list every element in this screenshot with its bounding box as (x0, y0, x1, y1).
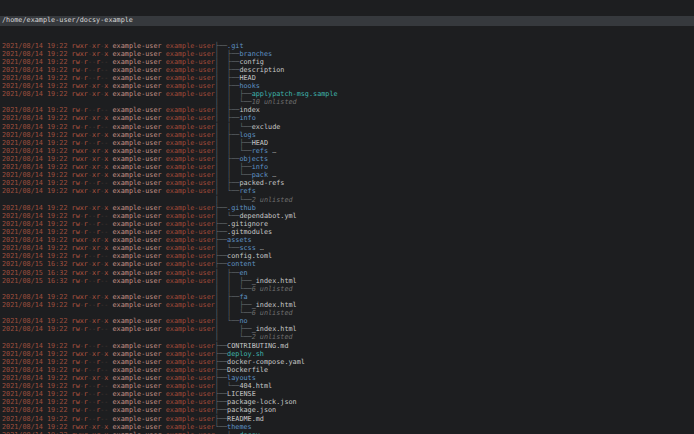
tree-row[interactable]: 2021/08/14 19:22 rw-r--r-- example-user … (0, 66, 694, 74)
tree-row[interactable]: 2021/08/14 19:22 rw-r--r-- example-user … (0, 74, 694, 82)
file-name: docker-compose.yaml (227, 358, 305, 366)
permissions: rwxr-xr-x (72, 155, 109, 163)
tree-row[interactable]: 2021/08/14 19:22 rw-r--r-- example-user … (0, 139, 694, 147)
tree-row[interactable]: 2021/08/14 19:22 rw-r--r-- example-user … (0, 123, 694, 131)
permissions: rw-r--r-- (72, 212, 109, 220)
tree-row[interactable]: 2021/08/14 19:22 rwxr-xr-x example-user … (0, 374, 694, 382)
dir-name: content (227, 260, 256, 268)
permissions: rwxr-xr-x (72, 131, 109, 139)
row-metadata: 2021/08/14 19:22 rw-r--r-- example-user … (2, 342, 215, 350)
row-metadata: 2021/08/14 19:22 rwxr-xr-x example-user … (2, 350, 215, 358)
owner: example-user (108, 123, 165, 131)
dir-name: info (252, 163, 268, 171)
owner: example-user (108, 236, 165, 244)
tree-row[interactable]: 2021/08/14 19:22 rw-r--r-- example-user … (0, 301, 694, 309)
permissions: rw-r--r-- (72, 74, 109, 82)
row-metadata: 2021/08/14 19:22 rwxr-xr-x example-user … (2, 204, 215, 212)
owner: example-user (108, 42, 165, 50)
tree-row[interactable]: 2021/08/14 19:22 rw-r--r-- example-user … (0, 406, 694, 414)
tree-row[interactable]: 2021/08/14 19:22 rwxr-xr-x example-user … (0, 50, 694, 58)
tree-row-unlisted[interactable]: │ └──2 unlisted (0, 333, 694, 341)
group: example-user (166, 415, 215, 423)
tree-row[interactable]: 2021/08/15 16:32 rw-r--r-- example-user … (0, 277, 694, 285)
row-metadata: 2021/08/14 19:22 rwxr-xr-x example-user … (2, 163, 215, 171)
owner: example-user (108, 382, 165, 390)
tree-row[interactable]: 2021/08/14 19:22 rw-r--r-- example-user … (0, 342, 694, 350)
tree-row[interactable]: 2021/08/14 19:22 rw-r--r-- example-user … (0, 358, 694, 366)
modified-date: 2021/08/14 19:22 (2, 42, 72, 50)
tree-row[interactable]: 2021/08/14 19:22 rw-r--r-- example-user … (0, 228, 694, 236)
file-name: _index.html (252, 277, 297, 285)
row-metadata: 2021/08/14 19:22 rwxr-xr-x example-user … (2, 293, 215, 301)
group: example-user (166, 228, 215, 236)
file-name: LICENSE (227, 390, 256, 398)
modified-date: 2021/08/14 19:22 (2, 204, 72, 212)
tree-row[interactable]: 2021/08/14 19:22 rwxr-xr-x example-user … (0, 350, 694, 358)
tree-row[interactable]: 2021/08/14 19:22 rwxr-xr-x example-user … (0, 147, 694, 155)
modified-date: 2021/08/14 19:22 (2, 187, 72, 195)
tree-branch-lines: ├── (215, 406, 227, 414)
tree-row[interactable]: 2021/08/14 19:22 rw-r--r-- example-user … (0, 220, 694, 228)
permissions: rwxr-xr-x (72, 82, 109, 90)
tree-row[interactable]: 2021/08/15 16:32 rwxr-xr-x example-user … (0, 269, 694, 277)
row-metadata: 2021/08/14 19:22 rw-r--r-- example-user … (2, 406, 215, 414)
owner: example-user (108, 50, 165, 58)
owner: example-user (108, 90, 165, 98)
tree-row[interactable]: 2021/08/14 19:22 rw-r--r-- example-user … (0, 415, 694, 423)
owner: example-user (108, 220, 165, 228)
dir-name: .git (227, 42, 243, 50)
tree-branch-lines: ├── (215, 415, 227, 423)
tree-branch-lines: │ │ ├── (215, 163, 252, 171)
tree-row[interactable]: 2021/08/14 19:22 rwxr-xr-x example-user … (0, 423, 694, 431)
owner: example-user (108, 342, 165, 350)
tree-row[interactable]: 2021/08/14 19:22 rwxr-xr-x example-user … (0, 187, 694, 195)
tree-branch-lines: ├── (215, 350, 227, 358)
tree-branch-lines: ├── (215, 358, 227, 366)
owner: example-user (108, 423, 165, 431)
tree-branch-lines: ├── (215, 374, 227, 382)
permissions: rwxr-xr-x (72, 163, 109, 171)
owner: example-user (108, 187, 165, 195)
owner: example-user (108, 301, 165, 309)
tree-row[interactable]: 2021/08/14 19:22 rwxr-xr-x example-user … (0, 114, 694, 122)
row-metadata: 2021/08/14 19:22 rwxr-xr-x example-user … (2, 82, 215, 90)
tree-row[interactable]: 2021/08/14 19:22 rw-r--r-- example-user … (0, 366, 694, 374)
tree-row[interactable]: 2021/08/14 19:22 rw-r--r-- example-user … (0, 382, 694, 390)
owner: example-user (108, 277, 165, 285)
tree-branch-lines: └── (215, 423, 227, 431)
group: example-user (166, 260, 215, 268)
tree-row[interactable]: 2021/08/14 19:22 rwxr-xr-x example-user … (0, 82, 694, 90)
group: example-user (166, 301, 215, 309)
tree-row[interactable]: 2021/08/14 19:22 rwxr-xr-x example-user … (0, 293, 694, 301)
modified-date: 2021/08/14 19:22 (2, 423, 72, 431)
modified-date: 2021/08/14 19:22 (2, 155, 72, 163)
file-name: dependabot.yml (239, 212, 296, 220)
tree-row[interactable]: 2021/08/14 19:22 rwxr-xr-x example-user … (0, 204, 694, 212)
row-metadata: 2021/08/14 19:22 rw-r--r-- example-user … (2, 74, 215, 82)
permissions: rw-r--r-- (72, 390, 109, 398)
tree-row-unlisted[interactable]: │ └──2 unlisted (0, 196, 694, 204)
row-metadata (2, 196, 215, 204)
row-metadata: 2021/08/14 19:22 rwxr-xr-x example-user … (2, 42, 215, 50)
tree-row[interactable]: 2021/08/14 19:22 rwxr-xr-x example-user … (0, 131, 694, 139)
row-metadata: 2021/08/14 19:22 rw-r--r-- example-user … (2, 66, 215, 74)
tree-row-unlisted[interactable]: │ │ └──6 unlisted (0, 285, 694, 293)
tree-branch-lines: │ ├── (215, 66, 240, 74)
permissions: rw-r--r-- (72, 366, 109, 374)
tree-row[interactable]: 2021/08/14 19:22 rw-r--r-- example-user … (0, 212, 694, 220)
file-name: CONTRIBUTING.md (227, 342, 288, 350)
row-metadata: 2021/08/15 16:32 rwxr-xr-x example-user … (2, 269, 215, 277)
broot-terminal: /home/example-user/docsy-example 2021/08… (0, 0, 694, 434)
tree-row[interactable]: 2021/08/15 16:32 rwxr-xr-x example-user … (0, 260, 694, 268)
group: example-user (166, 114, 215, 122)
permissions: rwxr-xr-x (72, 236, 109, 244)
permissions: rwxr-xr-x (72, 90, 109, 98)
tree-row-unlisted[interactable]: │ │ └──6 unlisted (0, 309, 694, 317)
tree-row[interactable]: 2021/08/14 19:22 rw-r--r-- example-user … (0, 58, 694, 66)
root-path-bar[interactable]: /home/example-user/docsy-example (0, 16, 694, 26)
permissions: rwxr-xr-x (72, 350, 109, 358)
tree-row[interactable]: 2021/08/14 19:22 rwxr-xr-x example-user … (0, 42, 694, 50)
tree-row[interactable]: 2021/08/14 19:22 rwxr-xr-x example-user … (0, 155, 694, 163)
group: example-user (166, 131, 215, 139)
tree-branch-lines: │ └── (215, 196, 252, 204)
